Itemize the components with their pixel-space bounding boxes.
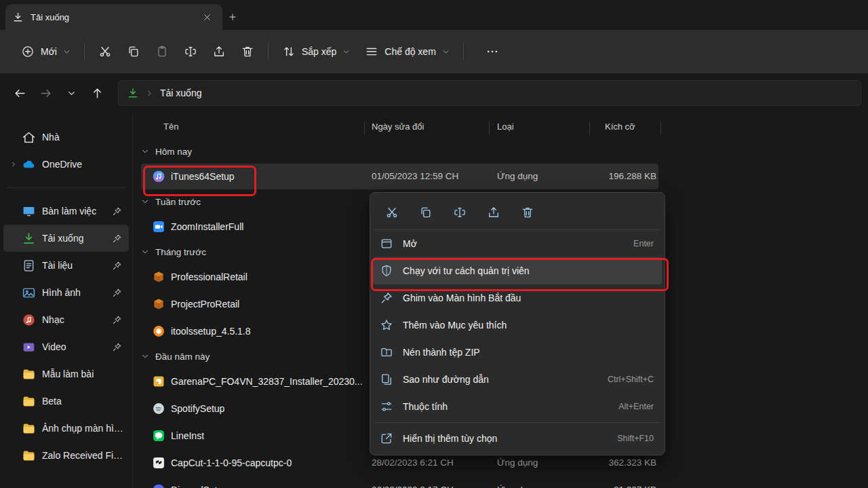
pin-icon bbox=[112, 261, 122, 271]
chevron-slot bbox=[7, 259, 20, 272]
column-separator bbox=[489, 121, 490, 135]
rename-icon bbox=[453, 206, 467, 219]
share-button[interactable] bbox=[205, 39, 233, 64]
chevron-down-icon bbox=[342, 48, 350, 56]
sidebar-item-folder-mau-lam-bai[interactable]: Mẫu làm bài bbox=[3, 360, 129, 388]
delete-icon bbox=[241, 45, 254, 58]
context-menu-item-3[interactable]: Thêm vào Mục yêu thích bbox=[373, 312, 662, 339]
view-mode-label: Chế độ xem bbox=[384, 46, 435, 57]
sidebar-item-folder-beta[interactable]: Beta bbox=[3, 388, 129, 415]
sidebar-item-desktop[interactable]: Bàn làm việc bbox=[3, 198, 129, 225]
toolbar-separator bbox=[463, 43, 464, 60]
context-menu: MởEnterChạy với tư cách quản trị viênGhi… bbox=[370, 192, 665, 455]
properties-icon bbox=[380, 400, 393, 413]
context-menu-item-6[interactable]: Thuộc tínhAlt+Enter bbox=[373, 393, 662, 420]
sidebar-item-folder-zalo-received-files[interactable]: Zalo Received Files bbox=[3, 442, 129, 469]
chevron-right-icon[interactable] bbox=[7, 157, 20, 171]
itools-file-icon bbox=[152, 324, 165, 338]
arrow-left-icon bbox=[14, 87, 26, 100]
delete-icon bbox=[521, 206, 534, 219]
breadcrumb-location[interactable]: Tải xuống bbox=[160, 88, 201, 98]
pin-icon bbox=[112, 288, 122, 298]
context-strip-rename-button[interactable] bbox=[446, 199, 473, 226]
garena-file-icon bbox=[152, 375, 165, 388]
folder-icon bbox=[22, 449, 36, 463]
sidebar-item-folder-anh-chup-man-hinh[interactable]: Ảnh chụp màn hình bbox=[3, 415, 129, 442]
chevron-down-icon bbox=[141, 248, 149, 256]
column-separator bbox=[589, 121, 590, 135]
copy-button[interactable] bbox=[119, 39, 148, 64]
context-strip-copy-button[interactable] bbox=[412, 199, 439, 226]
new-tab-button[interactable] bbox=[224, 8, 241, 26]
sidebar-item-pictures[interactable]: Hình ảnh bbox=[3, 279, 129, 306]
sidebar-item-home[interactable]: Nhà bbox=[3, 124, 129, 151]
more-button[interactable] bbox=[478, 39, 507, 64]
sort-button[interactable]: Sắp xếp bbox=[275, 39, 357, 64]
star-icon bbox=[380, 318, 393, 332]
back-button[interactable] bbox=[8, 81, 31, 105]
chevron-slot bbox=[7, 367, 20, 381]
column-header-row: TênNgày sửa đổiLoạiKích cỡ bbox=[133, 117, 868, 140]
column-header-1[interactable]: Ngày sửa đổi bbox=[372, 121, 424, 132]
cut-icon bbox=[385, 206, 399, 219]
file-row[interactable]: iTunes64Setup01/05/2023 12:59 CHỨng dụng… bbox=[133, 163, 868, 190]
pin-icon bbox=[112, 233, 122, 244]
arrow-up-icon bbox=[91, 87, 104, 100]
file-explorer-window: Tải xuống Mới Sắp xếp Chế độ xem bbox=[0, 0, 868, 488]
view-mode-button[interactable]: Chế độ xem bbox=[357, 39, 456, 64]
context-menu-item-5[interactable]: Sao như đường dẫnCtrl+Shift+C bbox=[373, 366, 662, 393]
paste-button[interactable] bbox=[148, 39, 176, 64]
column-header-3[interactable]: Kích cỡ bbox=[605, 121, 635, 132]
context-menu-item-0[interactable]: MởEnter bbox=[373, 230, 662, 257]
sidebar-item-music[interactable]: Nhạc bbox=[3, 306, 129, 333]
recent-locations-button[interactable] bbox=[60, 81, 83, 105]
tab-downloads[interactable]: Tải xuống bbox=[5, 4, 222, 30]
close-icon bbox=[203, 13, 212, 22]
context-menu-item-4[interactable]: Nén thành tệp ZIP bbox=[373, 339, 662, 366]
context-menu-item-7[interactable]: Hiển thị thêm tùy chọnShift+F10 bbox=[373, 425, 662, 452]
address-bar[interactable]: Tải xuống bbox=[118, 80, 861, 106]
downloads-icon bbox=[12, 12, 24, 23]
column-separator bbox=[660, 121, 661, 135]
pin-icon bbox=[112, 206, 122, 217]
sidebar-item-documents[interactable]: Tài liệu bbox=[3, 252, 129, 279]
sidebar-item-onedrive[interactable]: OneDrive bbox=[3, 151, 129, 178]
new-button[interactable]: Mới bbox=[14, 39, 78, 64]
cut-button[interactable] bbox=[91, 39, 119, 64]
tab-title: Tải xuống bbox=[31, 12, 69, 22]
sidebar-item-downloads[interactable]: Tải xuống bbox=[3, 225, 129, 252]
more-options-icon bbox=[380, 432, 393, 445]
delete-button[interactable] bbox=[233, 39, 262, 64]
file-row[interactable]: DiscordSetup26/02/2023 3:17 CHỨng dụng81… bbox=[133, 476, 868, 488]
capcut-file-icon bbox=[152, 456, 165, 470]
view-list-icon bbox=[365, 45, 378, 58]
context-menu-item-1[interactable]: Chạy với tư cách quản trị viên bbox=[373, 257, 662, 284]
rename-button[interactable] bbox=[176, 39, 205, 64]
chevron-down-icon bbox=[141, 147, 149, 155]
context-strip-cut-button[interactable] bbox=[378, 199, 406, 226]
box-file-icon bbox=[152, 297, 165, 311]
navigation-pane: NhàOneDriveBàn làm việcTải xuốngTài liệu… bbox=[0, 113, 133, 488]
chevron-slot bbox=[7, 231, 20, 245]
context-strip-share-button[interactable] bbox=[480, 199, 507, 226]
column-header-2[interactable]: Loại bbox=[497, 121, 514, 132]
context-menu-item-2[interactable]: Ghim vào Màn hình Bắt đầu bbox=[373, 284, 662, 312]
downloads-icon bbox=[22, 231, 36, 246]
column-header-0[interactable]: Tên bbox=[163, 121, 178, 132]
group-header[interactable]: Hôm nay bbox=[133, 140, 868, 163]
title-bar: Tải xuống bbox=[0, 0, 868, 30]
copy-icon bbox=[127, 45, 140, 58]
tab-close-button[interactable] bbox=[198, 8, 216, 26]
copy-path-icon bbox=[380, 373, 393, 386]
chevron-slot bbox=[7, 449, 20, 462]
forward-button[interactable] bbox=[34, 81, 57, 105]
open-icon bbox=[380, 237, 393, 250]
context-strip-delete-button[interactable] bbox=[514, 199, 541, 226]
desktop-icon bbox=[22, 204, 36, 219]
up-button[interactable] bbox=[85, 81, 108, 105]
sidebar-item-video[interactable]: Video bbox=[3, 333, 129, 360]
chevron-right-icon bbox=[146, 90, 153, 97]
pin-icon bbox=[380, 291, 393, 305]
music-icon bbox=[22, 313, 36, 327]
pin-icon bbox=[112, 342, 122, 352]
